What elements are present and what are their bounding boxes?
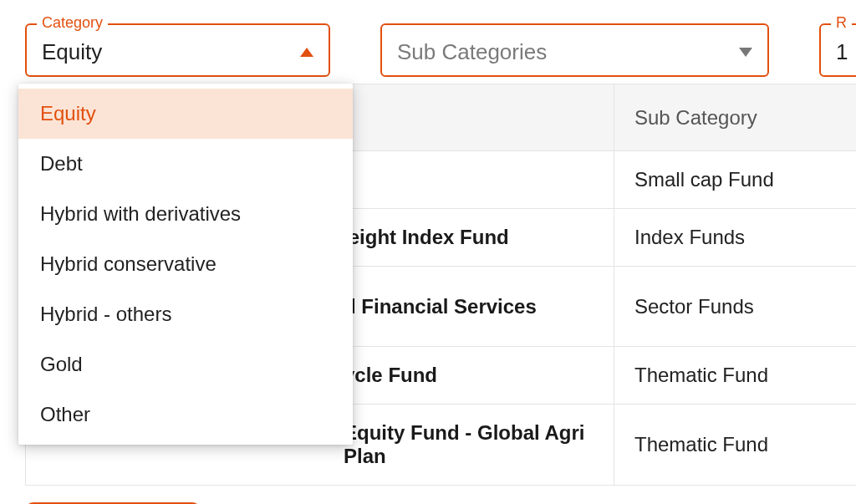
category-select-label: Category <box>37 14 108 32</box>
category-option-equity[interactable]: Equity <box>18 89 353 139</box>
sub-category-cell: Thematic Fund <box>614 405 857 486</box>
category-option-other[interactable]: Other <box>18 389 353 440</box>
chevron-up-icon <box>300 48 313 57</box>
returns-select-value: 1 <box>836 39 848 65</box>
sub-category-cell: Sector Funds <box>614 267 857 347</box>
category-dropdown-panel: Equity Debt Hybrid with derivatives Hybr… <box>18 84 353 445</box>
category-option-hybrid-derivatives[interactable]: Hybrid with derivatives <box>18 189 353 239</box>
category-option-gold[interactable]: Gold <box>18 339 353 389</box>
category-option-hybrid-conservative[interactable]: Hybrid conservative <box>18 239 353 289</box>
category-select-value: Equity <box>42 39 102 65</box>
returns-select-label: R <box>831 14 852 32</box>
category-option-debt[interactable]: Debt <box>18 139 353 189</box>
table-header-sub-category: Sub Category <box>614 84 857 151</box>
sub-category-cell: Thematic Fund <box>614 347 857 405</box>
sub-category-cell: Index Funds <box>614 209 857 267</box>
sub-categories-placeholder: Sub Categories <box>397 39 547 65</box>
category-option-hybrid-others[interactable]: Hybrid - others <box>18 289 353 339</box>
chevron-down-icon <box>739 48 752 57</box>
sub-category-cell: Small cap Fund <box>614 151 857 209</box>
sub-categories-select[interactable]: Sub Categories <box>380 23 769 77</box>
